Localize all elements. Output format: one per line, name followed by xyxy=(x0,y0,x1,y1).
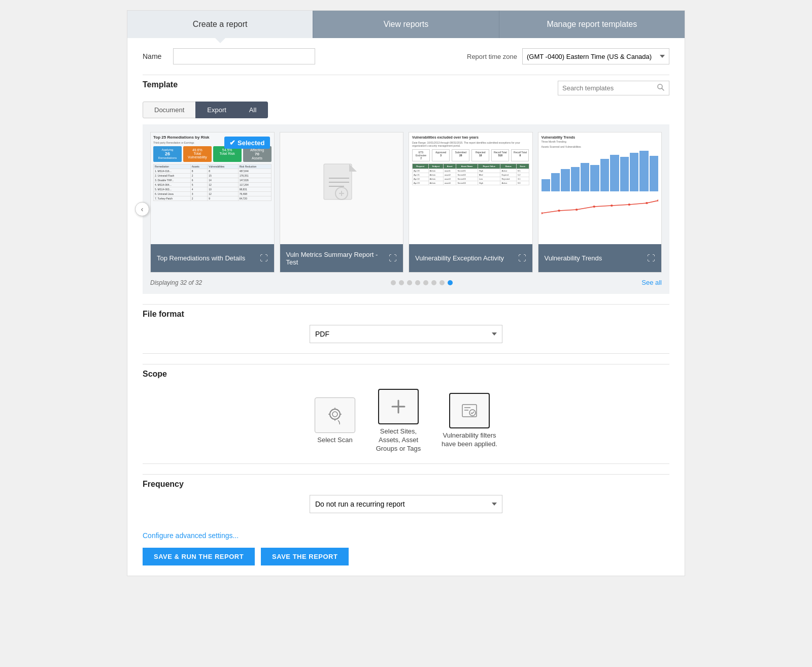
tab-create[interactable]: Create a report xyxy=(127,11,313,38)
template-card-footer-vuln-trends: Vulnerability Trends ⛶ xyxy=(538,244,662,272)
template-carousel: ‹ ✔ Selected Top 25 Remediations by Risk… xyxy=(143,124,669,294)
svg-point-13 xyxy=(593,206,595,208)
svg-point-17 xyxy=(657,199,658,202)
see-all-link[interactable]: See all xyxy=(641,279,662,286)
expand-icon-3[interactable]: ⛶ xyxy=(518,254,526,263)
filter-tabs: Document Export All xyxy=(143,102,669,118)
scope-items-container: Select Scan Select Sites, Assets, Asset … xyxy=(143,389,669,453)
template-card-vuln-exception[interactable]: Vulnerabilities excluded over two years … xyxy=(409,132,533,273)
timezone-group: Report time zone (GMT -0400) Eastern Tim… xyxy=(467,48,669,64)
template-preview-vuln-trends: Vulnerability Trends Three Month Trendin… xyxy=(538,132,662,244)
displaying-count: Displaying 32 of 32 xyxy=(150,279,202,286)
template-card-footer-vuln-metrics: Vuln Metrics Summary Report - Test ⛶ xyxy=(280,244,403,272)
frequency-section: Frequency Do not run a recurring report … xyxy=(143,474,669,513)
dot-8[interactable] xyxy=(448,280,453,285)
scope-item-vuln-filters[interactable]: Vulnerability filters have been applied. xyxy=(442,393,497,449)
frequency-select-wrapper: Do not run a recurring report Daily Week… xyxy=(143,495,669,513)
template-header: Template xyxy=(143,80,669,95)
select-sites-icon-box xyxy=(378,389,419,424)
dot-4[interactable] xyxy=(415,280,420,285)
svg-point-14 xyxy=(610,205,613,207)
save-run-button[interactable]: SAVE & RUN THE REPORT xyxy=(143,548,255,565)
filter-tab-export[interactable]: Export xyxy=(195,102,238,118)
template-preview-vuln-metrics xyxy=(280,132,403,244)
select-sites-label: Select Sites, Assets, Asset Groups or Ta… xyxy=(370,427,426,453)
file-format-section: File format PDF HTML XML CSV RTF xyxy=(143,304,669,343)
scope-title: Scope xyxy=(143,370,669,379)
svg-point-18 xyxy=(330,409,340,419)
name-label: Name xyxy=(143,52,163,60)
select-scan-icon-box xyxy=(315,397,355,433)
template-preview-vuln-exception: Vulnerabilities excluded over two years … xyxy=(409,132,532,244)
svg-point-10 xyxy=(542,212,543,214)
dot-3[interactable] xyxy=(407,280,412,285)
frequency-select[interactable]: Do not run a recurring report Daily Week… xyxy=(310,495,502,513)
scope-item-select-scan[interactable]: Select Scan xyxy=(315,397,355,445)
template-card-vuln-metrics[interactable]: Vuln Metrics Summary Report - Test ⛶ xyxy=(280,132,404,273)
format-select[interactable]: PDF HTML XML CSV RTF xyxy=(310,325,502,343)
scope-item-select-sites[interactable]: Select Sites, Assets, Asset Groups or Ta… xyxy=(370,389,426,453)
expand-icon-4[interactable]: ⛶ xyxy=(647,254,655,263)
expand-icon-2[interactable]: ⛶ xyxy=(389,254,397,263)
svg-marker-3 xyxy=(349,164,357,172)
svg-point-12 xyxy=(575,209,578,211)
save-button[interactable]: SAVE THE REPORT xyxy=(261,548,349,565)
tab-manage[interactable]: Manage report templates xyxy=(499,11,685,38)
carousel-dots xyxy=(391,280,453,285)
select-scan-label: Select Scan xyxy=(317,436,352,445)
search-icon xyxy=(657,83,665,93)
carousel-prev-arrow[interactable]: ‹ xyxy=(135,202,149,216)
file-format-title: File format xyxy=(143,310,669,319)
svg-point-11 xyxy=(558,210,560,212)
main-tabs: Create a report View reports Manage repo… xyxy=(127,11,685,38)
expand-icon[interactable]: ⛶ xyxy=(260,254,268,263)
doc-placeholder-icon xyxy=(321,163,362,214)
dot-6[interactable] xyxy=(431,280,436,285)
dot-1[interactable] xyxy=(391,280,396,285)
svg-point-16 xyxy=(646,202,648,204)
bottom-section: Configure advanced settings... SAVE & RU… xyxy=(127,523,685,576)
filter-tab-all[interactable]: All xyxy=(238,102,268,118)
timezone-select[interactable]: (GMT -0400) Eastern Time (US & Canada) xyxy=(522,48,669,64)
svg-line-1 xyxy=(662,88,664,90)
frequency-title: Frequency xyxy=(143,480,669,489)
main-content: Name Report time zone (GMT -0400) Easter… xyxy=(127,38,685,523)
tab-view[interactable]: View reports xyxy=(313,11,499,38)
selected-badge: ✔ Selected xyxy=(224,137,269,149)
template-preview-top-rem: ✔ Selected Top 25 Remediations by Risk T… xyxy=(151,132,274,244)
template-card-top-rem[interactable]: ✔ Selected Top 25 Remediations by Risk T… xyxy=(150,132,275,273)
dot-2[interactable] xyxy=(399,280,404,285)
bottom-buttons: SAVE & RUN THE REPORT SAVE THE REPORT xyxy=(143,548,669,565)
svg-point-15 xyxy=(628,204,630,206)
filter-tab-document[interactable]: Document xyxy=(143,102,196,118)
vuln-filters-icon-box xyxy=(449,393,490,428)
svg-point-19 xyxy=(332,412,337,417)
template-card-footer-vuln-exception: Vulnerability Exception Activity ⛶ xyxy=(409,244,532,272)
search-templates-container xyxy=(558,81,669,95)
name-input[interactable] xyxy=(173,48,315,64)
dot-7[interactable] xyxy=(439,280,445,285)
template-card-vuln-trends[interactable]: Vulnerability Trends Three Month Trendin… xyxy=(538,132,662,273)
dot-5[interactable] xyxy=(423,280,428,285)
vuln-filters-label: Vulnerability filters have been applied. xyxy=(442,431,497,449)
search-templates-input[interactable] xyxy=(562,84,657,92)
scope-section: Scope Selec xyxy=(143,364,669,453)
template-section-title: Template xyxy=(143,80,178,89)
name-timezone-row: Name Report time zone (GMT -0400) Easter… xyxy=(143,48,669,64)
template-card-footer-top-rem: Top Remediations with Details ⛶ xyxy=(151,244,274,272)
carousel-footer: Displaying 32 of 32 See all xyxy=(150,279,662,286)
template-cards-container: ✔ Selected Top 25 Remediations by Risk T… xyxy=(150,132,662,273)
format-select-wrapper: PDF HTML XML CSV RTF xyxy=(143,325,669,343)
timezone-label: Report time zone xyxy=(467,53,517,60)
advanced-settings-link[interactable]: Configure advanced settings... xyxy=(143,531,239,540)
